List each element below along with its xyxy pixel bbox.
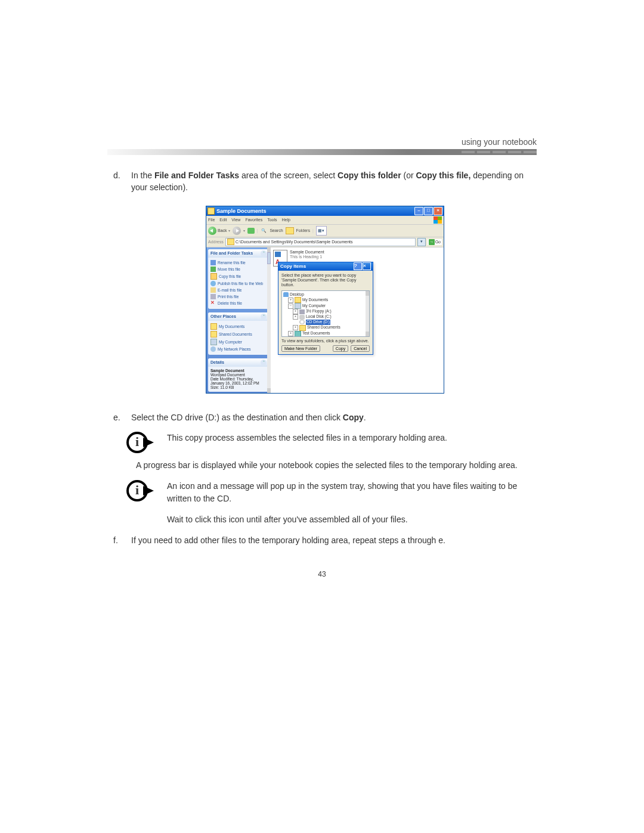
details-size: Size: 11.0 KB [210, 385, 267, 389]
copy-icon [210, 273, 217, 280]
window-titlebar[interactable]: Sample Documents – □ × [206, 206, 444, 216]
place-shared[interactable]: Shared Documents [210, 330, 267, 338]
tree-test[interactable]: +Test Documents [283, 331, 368, 337]
expand-icon[interactable]: + [288, 331, 293, 336]
tree-mycomputer[interactable]: –My Computer [283, 303, 368, 309]
dialog-hint: To view any subfolders, click a plus sig… [281, 339, 370, 343]
step-d-bold1: File and Folder Tasks [154, 171, 239, 180]
task-email[interactable]: E-mail this file [210, 287, 267, 293]
step-e-bold1: Copy [343, 413, 364, 422]
address-label: Address [208, 240, 224, 244]
forward-dropdown-icon[interactable]: ▾ [243, 228, 245, 233]
collapse-icon[interactable]: ˄ [261, 250, 267, 256]
search-icon[interactable]: 🔍 [260, 227, 267, 234]
step-letter: d. [113, 169, 131, 194]
tree-cdrom-selected[interactable]: CD Drive (D:) [283, 320, 368, 324]
window-title: Sample Documents [216, 208, 414, 214]
toolbar: Back ▾ ▾ | 🔍 Search Folders | ▦▾ [206, 225, 444, 237]
menu-file[interactable]: File [208, 218, 215, 222]
floppy-icon [299, 309, 305, 314]
expand-icon[interactable]: + [293, 325, 298, 330]
collapse-icon[interactable]: ˄ [261, 314, 267, 320]
views-button[interactable]: ▦▾ [316, 226, 327, 236]
dialog-titlebar[interactable]: Copy Items ? × [278, 262, 373, 271]
step-e-text1: Select the CD drive (D:) as the destinat… [131, 413, 343, 422]
rename-icon [210, 260, 216, 265]
copy-button[interactable]: Copy [333, 345, 348, 352]
dialog-message: Select the place where you want to copy … [281, 273, 370, 288]
forward-button[interactable] [233, 227, 241, 235]
address-dropdown[interactable]: ▾ [417, 238, 426, 246]
minimize-button[interactable]: – [414, 207, 423, 215]
place-mydocs[interactable]: My Documents [210, 323, 267, 330]
info-note-2: i An icon and a message will pop up in t… [126, 480, 537, 526]
cancel-button[interactable]: Cancel [351, 345, 370, 352]
publish-icon [210, 281, 216, 286]
close-button[interactable]: × [434, 207, 442, 215]
tree-shared[interactable]: +Shared Documents [283, 325, 368, 331]
folder-icon [210, 331, 217, 337]
header-gradient-bar [107, 149, 537, 155]
task-print[interactable]: Print this file [210, 293, 267, 300]
dialog-close-button[interactable]: × [363, 262, 371, 270]
tree-mydocs[interactable]: +My Documents [283, 297, 368, 303]
back-dropdown-icon[interactable]: ▾ [228, 228, 230, 233]
make-new-folder-button[interactable]: Make New Folder [281, 345, 320, 352]
explorer-window: Sample Documents – □ × File Edit View Fa… [206, 206, 444, 394]
folders-label[interactable]: Folders [296, 228, 310, 233]
menu-view[interactable]: View [231, 218, 240, 222]
search-label[interactable]: Search [270, 228, 283, 233]
step-d-bold2: Copy this folder [338, 171, 401, 180]
computer-icon [295, 303, 301, 309]
folder-icon [299, 325, 306, 331]
panel-title: Details [210, 360, 224, 364]
info-arrow-icon: i [126, 480, 155, 499]
task-delete[interactable]: ✕Delete this file [210, 300, 267, 306]
back-button[interactable]: Back ▾ [208, 227, 230, 235]
menu-tools[interactable]: Tools [267, 218, 277, 222]
address-input[interactable]: C:\Documents and Settings\My Documents\S… [225, 238, 416, 246]
expand-icon[interactable]: + [293, 314, 298, 320]
menu-favorites[interactable]: Favorites [245, 218, 262, 222]
panel-title: File and Folder Tasks [210, 251, 253, 255]
task-rename[interactable]: Rename this file [210, 259, 267, 266]
dialog-help-button[interactable]: ? [354, 262, 362, 270]
tree-localc[interactable]: +Local Disk (C:) [283, 314, 368, 320]
dialog-folder-tree[interactable]: Desktop +My Documents –My Computer +3½ F… [281, 290, 370, 337]
windows-logo-icon [434, 216, 442, 224]
tree-scrollbar[interactable] [366, 291, 369, 336]
content-scrollbar[interactable] [267, 247, 271, 393]
place-mycomputer[interactable]: My Computer [210, 338, 267, 346]
up-folder-button[interactable] [247, 228, 255, 234]
tree-floppy[interactable]: +3½ Floppy (A:) [283, 309, 368, 314]
info-arrow-icon: i [126, 432, 155, 451]
folder-icon [295, 331, 301, 337]
task-copy[interactable]: Copy this file [210, 272, 267, 280]
step-e-text2: . [364, 413, 366, 422]
task-move[interactable]: Move this file [210, 266, 267, 272]
menu-edit[interactable]: Edit [219, 218, 227, 222]
address-folder-icon [227, 239, 234, 245]
step-f-text: If you need to add other files to the te… [131, 534, 537, 546]
dialog-title: Copy Items [280, 264, 306, 269]
expand-icon[interactable]: + [293, 309, 298, 314]
place-network[interactable]: My Network Places [210, 346, 267, 352]
window-icon [208, 208, 215, 215]
maximize-button[interactable]: □ [424, 207, 433, 215]
step-e: e. Select the CD drive (D:) as the desti… [113, 411, 537, 423]
note-text: This copy process assembles the selected… [167, 432, 537, 451]
expand-icon[interactable]: – [288, 304, 293, 309]
collapse-icon[interactable]: ˄ [261, 360, 267, 366]
task-publish[interactable]: Publish this file to the Web [210, 280, 267, 287]
go-button[interactable]: → Go [428, 239, 442, 245]
expand-icon[interactable]: + [288, 298, 293, 303]
folder-icon [210, 323, 217, 330]
menu-help[interactable]: Help [282, 218, 290, 222]
step-d: d. In the File and Folder Tasks area of … [113, 169, 537, 194]
folders-icon[interactable] [286, 227, 294, 234]
note-text-a: An icon and a message will pop up in the… [167, 480, 537, 505]
note-text-b: Wait to click this icon until after you'… [167, 513, 537, 526]
other-places-panel: Other Places ˄ My Documents Shared Docum… [208, 312, 269, 355]
tree-desktop[interactable]: Desktop [283, 292, 368, 297]
step-d-text1: In the [131, 171, 154, 180]
